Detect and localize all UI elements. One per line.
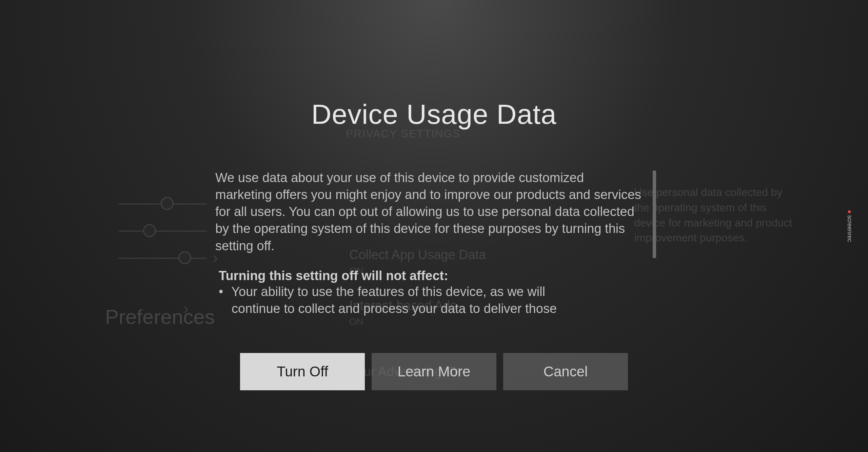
device-usage-dialog: Device Usage Data We use data about your… bbox=[0, 0, 868, 452]
dialog-subheading: Turning this setting off will not affect… bbox=[215, 269, 643, 283]
learn-more-button[interactable]: Learn More bbox=[372, 353, 496, 390]
dialog-scroll-area[interactable]: We use data about your use of this devic… bbox=[215, 169, 643, 322]
screenrec-watermark: screenrec bbox=[846, 210, 853, 242]
record-dot-icon bbox=[848, 210, 851, 213]
cancel-button[interactable]: Cancel bbox=[503, 353, 628, 390]
dialog-button-row: Turn Off Learn More Cancel bbox=[240, 353, 628, 390]
bullet-text-line1: Your ability to use the features of this… bbox=[231, 284, 545, 299]
dialog-title: Device Usage Data bbox=[311, 98, 556, 130]
dialog-bullet-1: Your ability to use the features of this… bbox=[215, 283, 643, 317]
scrollbar[interactable] bbox=[653, 171, 656, 258]
watermark-text: screenrec bbox=[846, 215, 853, 242]
dialog-body: We use data about your use of this devic… bbox=[215, 169, 653, 322]
dialog-paragraph: We use data about your use of this devic… bbox=[215, 169, 643, 254]
turn-off-button[interactable]: Turn Off bbox=[240, 353, 365, 390]
bullet-text-line2: continue to collect and process your dat… bbox=[219, 301, 557, 316]
